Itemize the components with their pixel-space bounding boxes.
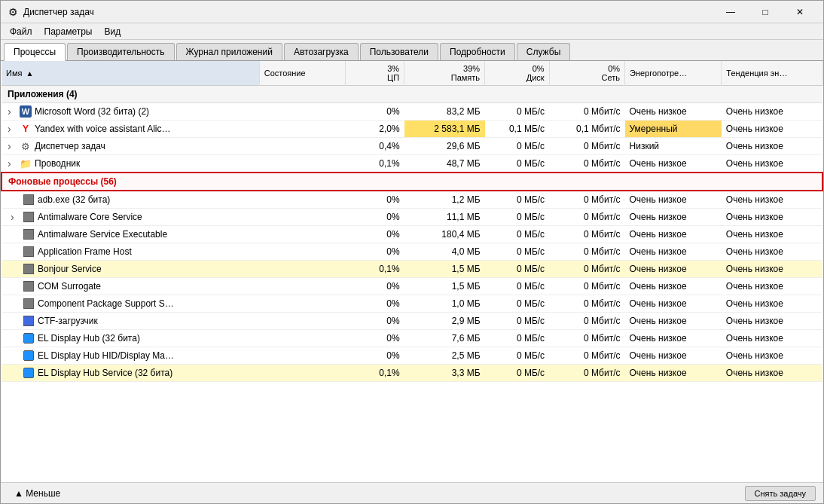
table-row[interactable]: Bonjour Service0,1%1,5 МБ0 МБ/с0 Мбит/сО…	[2, 261, 822, 278]
process-disk: 0 МБ/с	[485, 261, 550, 278]
process-memory: 3,3 МБ	[404, 365, 485, 382]
table-header: Имя ▲ Состояние 3% ЦП 39% Память	[2, 61, 822, 86]
process-name-label: Component Package Support S…	[38, 298, 174, 309]
process-disk: 0 МБ/с	[485, 209, 550, 226]
window-controls: — □ ✕	[713, 1, 817, 23]
process-network: 0 Мбит/с	[549, 243, 624, 261]
section-header[interactable]: Фоновые процессы (56)	[2, 173, 822, 191]
table-row[interactable]: Component Package Support S…0%1,0 МБ0 МБ…	[2, 295, 822, 313]
process-state	[259, 330, 345, 347]
process-energy: Очень низкое	[625, 155, 722, 173]
col-header-disk[interactable]: 0% Диск	[485, 61, 550, 86]
bottom-bar: ▲ Меньше Снять задачу	[1, 482, 823, 503]
process-disk: 0,1 МБ/с	[485, 121, 550, 138]
process-state	[259, 261, 345, 278]
process-name-label: EL Display Hub HID/Display Ma…	[38, 350, 174, 361]
table-row[interactable]: COM Surrogate0%1,5 МБ0 МБ/с0 Мбит/сОчень…	[2, 278, 822, 295]
net-label: Сеть	[554, 73, 620, 82]
section-header[interactable]: Приложения (4)	[2, 86, 822, 103]
process-state	[259, 209, 345, 226]
tab-details[interactable]: Подробности	[440, 43, 515, 60]
menu-file[interactable]: Файл	[4, 25, 38, 38]
maximize-button[interactable]: □	[748, 1, 783, 23]
process-energy-trend: Очень низкое	[722, 226, 822, 243]
expand-arrow-icon[interactable]: ›	[11, 211, 20, 223]
process-cpu: 0,1%	[345, 365, 404, 382]
window-title: Диспетчер задач	[23, 7, 713, 17]
process-disk: 0 МБ/с	[485, 313, 550, 330]
process-state	[259, 243, 345, 261]
process-name-label: Bonjour Service	[38, 264, 102, 274]
process-disk: 0 МБ/с	[485, 365, 550, 382]
tab-performance[interactable]: Производительность	[67, 43, 174, 60]
expand-arrow-icon[interactable]: ›	[8, 140, 17, 152]
table-row[interactable]: ›📁Проводник0,1%48,7 МБ0 МБ/с0 Мбит/сОчен…	[2, 155, 822, 173]
col-header-net[interactable]: 0% Сеть	[549, 61, 624, 86]
process-energy-trend: Очень низкое	[722, 278, 822, 295]
sort-arrow-icon: ▲	[26, 69, 34, 78]
minimize-button[interactable]: —	[713, 1, 748, 23]
process-energy-trend: Очень низкое	[722, 243, 822, 261]
process-icon: 📁	[20, 157, 32, 170]
process-icon	[23, 228, 35, 240]
process-energy-trend: Очень низкое	[722, 347, 822, 365]
table-row[interactable]: Antimalware Service Executable0%180,4 МБ…	[2, 226, 822, 243]
table-row[interactable]: Application Frame Host0%4,0 МБ0 МБ/с0 Мб…	[2, 243, 822, 261]
process-table-container[interactable]: Имя ▲ Состояние 3% ЦП 39% Память	[1, 61, 823, 482]
table-row[interactable]: ›WMicrosoft Word (32 бита) (2)0%83,2 МБ0…	[2, 103, 822, 121]
process-disk: 0 МБ/с	[485, 155, 550, 173]
tab-app-history[interactable]: Журнал приложений	[176, 43, 282, 60]
col-header-mem[interactable]: 39% Память	[404, 61, 485, 86]
end-task-button[interactable]: Снять задачу	[745, 486, 816, 501]
process-state	[259, 226, 345, 243]
process-name-label: EL Display Hub (32 бита)	[38, 333, 140, 344]
title-bar: ⚙ Диспетчер задач — □ ✕	[1, 1, 823, 23]
process-name-label: Microsoft Word (32 бита) (2)	[35, 106, 149, 117]
table-row[interactable]: CTF-загрузчик0%2,9 МБ0 МБ/с0 Мбит/сОчень…	[2, 313, 822, 330]
process-network: 0 Мбит/с	[549, 138, 624, 155]
expand-arrow-icon[interactable]: ›	[8, 123, 17, 135]
col-header-energy[interactable]: Энергопотре…	[625, 61, 722, 86]
process-disk: 0 МБ/с	[485, 103, 550, 121]
process-name-cell: ›⚙Диспетчер задач	[2, 138, 259, 155]
close-button[interactable]: ✕	[783, 1, 817, 23]
mem-label: Память	[409, 73, 480, 82]
table-row[interactable]: adb.exe (32 бита)0%1,2 МБ0 МБ/с0 Мбит/сО…	[2, 191, 822, 209]
process-cpu: 0%	[345, 226, 404, 243]
process-cpu: 0%	[345, 278, 404, 295]
tab-users[interactable]: Пользователи	[360, 43, 438, 60]
tab-processes[interactable]: Процессы	[4, 43, 66, 61]
col-name-label: Имя	[6, 69, 22, 78]
expand-arrow-icon[interactable]: ›	[8, 157, 17, 170]
process-memory: 7,6 МБ	[404, 330, 485, 347]
col-header-trend[interactable]: Тенденция эн…	[722, 61, 822, 86]
process-energy: Очень низкое	[625, 103, 722, 121]
col-header-name[interactable]: Имя ▲	[2, 61, 259, 86]
process-state	[259, 295, 345, 313]
expand-arrow-icon[interactable]: ›	[8, 105, 17, 118]
process-name-cell: adb.exe (32 бита)	[2, 191, 259, 209]
menu-params[interactable]: Параметры	[38, 25, 99, 38]
table-row[interactable]: EL Display Hub HID/Display Ma…0%2,5 МБ0 …	[2, 347, 822, 365]
section-label: Приложения (4)	[2, 86, 822, 103]
process-network: 0 Мбит/с	[549, 103, 624, 121]
cpu-pct: 3%	[350, 64, 399, 73]
table-row[interactable]: EL Display Hub (32 бита)0%7,6 МБ0 МБ/с0 …	[2, 330, 822, 347]
less-button[interactable]: ▲ Меньше	[8, 487, 66, 500]
table-row[interactable]: EL Display Hub Service (32 бита)0,1%3,3 …	[2, 365, 822, 382]
disk-pct: 0%	[490, 64, 545, 73]
table-row[interactable]: ›YYandex with voice assistant Alic…2,0%2…	[2, 121, 822, 138]
table-row[interactable]: ›Antimalware Core Service0%11,1 МБ0 МБ/с…	[2, 209, 822, 226]
process-icon: Y	[20, 123, 32, 135]
process-network: 0 Мбит/с	[549, 191, 624, 209]
process-state	[259, 313, 345, 330]
table-row[interactable]: ›⚙Диспетчер задач0,4%29,6 МБ0 МБ/с0 Мбит…	[2, 138, 822, 155]
tab-startup[interactable]: Автозагрузка	[284, 43, 359, 60]
col-header-cpu[interactable]: 3% ЦП	[345, 61, 404, 86]
process-state	[259, 103, 345, 121]
process-disk: 0 МБ/с	[485, 347, 550, 365]
process-icon	[23, 194, 35, 206]
menu-view[interactable]: Вид	[98, 25, 127, 38]
col-header-state[interactable]: Состояние	[259, 61, 345, 86]
tab-services[interactable]: Службы	[517, 43, 570, 60]
